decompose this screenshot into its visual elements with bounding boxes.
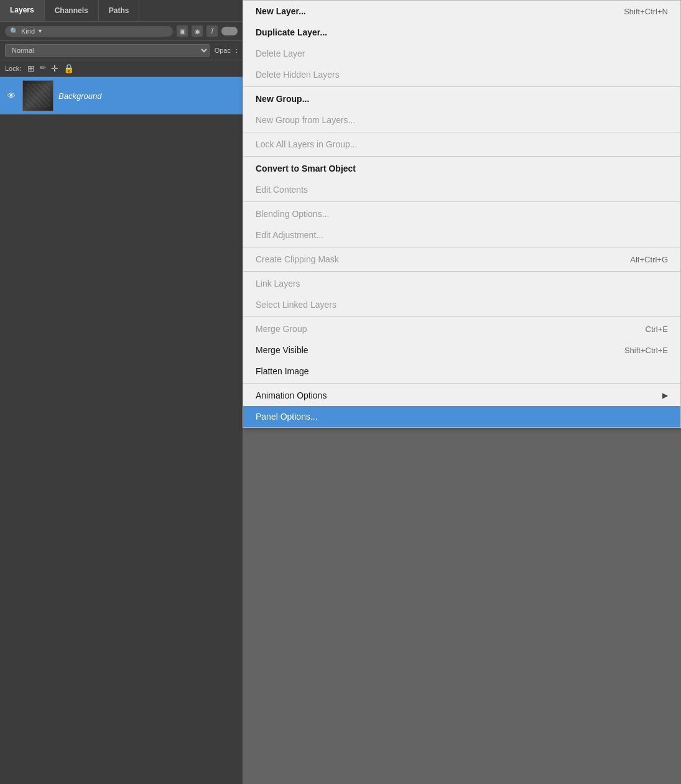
context-menu: New Layer...Shift+Ctrl+NDuplicate Layer.… (243, 0, 681, 428)
menu-separator (243, 316, 680, 317)
menu-item-new-group[interactable]: New Group... (243, 88, 680, 109)
panel-tabs: Layers Channels Paths (0, 0, 243, 22)
panel-empty-area (0, 114, 243, 784)
menu-separator (243, 86, 680, 87)
lock-all-icon[interactable]: 🔒 (63, 63, 74, 73)
menu-shortcut-merge-visible: Shift+Ctrl+E (624, 346, 668, 355)
menu-separator (243, 132, 680, 132)
kind-dropdown[interactable]: Kind ▼ (21, 27, 43, 35)
menu-item-new-layer[interactable]: New Layer...Shift+Ctrl+N (243, 1, 680, 22)
menu-item-blending-options: Blending Options... (243, 203, 680, 224)
filter-pixel-icon[interactable]: ▣ (177, 25, 188, 37)
tab-layers[interactable]: Layers (0, 0, 45, 21)
menu-label-new-group: New Group... (256, 94, 668, 104)
menu-arrow-animation-options: ▶ (662, 391, 668, 400)
menu-shortcut-merge-group: Ctrl+E (646, 325, 668, 334)
menu-item-convert-smart-object[interactable]: Convert to Smart Object (243, 158, 680, 179)
eye-icon: 👁 (7, 91, 16, 101)
filter-type-icon[interactable]: T (206, 25, 218, 37)
menu-shortcut-new-layer: Shift+Ctrl+N (624, 7, 668, 16)
menu-label-panel-options: Panel Options... (256, 412, 668, 422)
menu-label-lock-all-layers: Lock All Layers in Group... (256, 139, 668, 149)
menu-label-link-layers: Link Layers (256, 279, 668, 288)
layers-panel: Layers Channels Paths 🔍 Kind ▼ ▣ ◉ T Nor… (0, 0, 243, 784)
layer-name: Background (58, 91, 101, 101)
lock-transparent-icon[interactable]: ⊞ (27, 63, 35, 73)
menu-label-edit-adjustment: Edit Adjustment... (256, 230, 668, 240)
menu-shortcut-create-clipping-mask: Alt+Ctrl+G (630, 255, 668, 264)
menu-item-edit-contents: Edit Contents (243, 179, 680, 200)
panel-blend-row: Normal Opac : (0, 41, 243, 60)
search-icon: 🔍 (10, 27, 19, 35)
menu-label-blending-options: Blending Options... (256, 209, 668, 219)
menu-item-merge-visible[interactable]: Merge VisibleShift+Ctrl+E (243, 339, 680, 361)
layer-background[interactable]: 👁 Background (0, 77, 243, 114)
menu-item-merge-group: Merge GroupCtrl+E (243, 318, 680, 339)
menu-item-create-clipping-mask: Create Clipping MaskAlt+Ctrl+G (243, 249, 680, 270)
filter-icons: ▣ ◉ T (177, 25, 218, 37)
blend-mode-select[interactable]: Normal (5, 44, 210, 57)
lock-position-icon[interactable]: ✛ (51, 63, 58, 73)
menu-item-link-layers: Link Layers (243, 273, 680, 294)
menu-label-flatten-image: Flatten Image (256, 366, 668, 376)
opacity-colon: : (236, 47, 238, 54)
menu-separator (243, 201, 680, 202)
tab-paths[interactable]: Paths (99, 0, 140, 21)
menu-label-new-group-from-layers: New Group from Layers... (256, 115, 668, 125)
panel-search-row: 🔍 Kind ▼ ▣ ◉ T (0, 22, 243, 41)
layer-thumbnail (22, 80, 53, 111)
menu-label-delete-layer: Delete Layer (256, 48, 668, 58)
menu-label-duplicate-layer: Duplicate Layer... (256, 27, 668, 37)
menu-label-merge-group: Merge Group (256, 324, 621, 334)
menu-label-edit-contents: Edit Contents (256, 185, 668, 195)
menu-item-lock-all-layers: Lock All Layers in Group... (243, 134, 680, 155)
menu-separator (243, 383, 680, 384)
lock-label: Lock: (5, 65, 21, 72)
layer-visibility-toggle[interactable]: 👁 (5, 90, 17, 102)
menu-separator (243, 247, 680, 247)
menu-item-edit-adjustment: Edit Adjustment... (243, 224, 680, 246)
menu-label-animation-options: Animation Options (256, 390, 662, 400)
lock-image-icon[interactable]: ✏ (40, 63, 46, 73)
menu-label-select-linked-layers: Select Linked Layers (256, 300, 668, 310)
menu-label-merge-visible: Merge Visible (256, 345, 600, 355)
panel-lock-row: Lock: ⊞ ✏ ✛ 🔒 (0, 60, 243, 77)
menu-item-animation-options[interactable]: Animation Options▶ (243, 385, 680, 406)
lock-icons: ⊞ ✏ ✛ 🔒 (27, 63, 74, 73)
menu-item-flatten-image[interactable]: Flatten Image (243, 361, 680, 382)
menu-item-duplicate-layer[interactable]: Duplicate Layer... (243, 22, 680, 43)
kind-chevron-icon: ▼ (37, 28, 43, 34)
menu-item-new-group-from-layers: New Group from Layers... (243, 109, 680, 131)
menu-item-delete-hidden-layers: Delete Hidden Layers (243, 64, 680, 85)
menu-label-convert-smart-object: Convert to Smart Object (256, 164, 668, 173)
menu-label-create-clipping-mask: Create Clipping Mask (256, 254, 605, 264)
menu-item-select-linked-layers: Select Linked Layers (243, 294, 680, 315)
filter-toggle[interactable] (221, 27, 238, 35)
menu-item-delete-layer: Delete Layer (243, 43, 680, 64)
menu-label-new-layer: New Layer... (256, 6, 599, 16)
tab-channels[interactable]: Channels (45, 0, 99, 21)
opacity-label: Opac (215, 47, 231, 54)
menu-label-delete-hidden-layers: Delete Hidden Layers (256, 70, 668, 80)
menu-item-panel-options[interactable]: Panel Options... (243, 406, 680, 427)
search-box: 🔍 Kind ▼ (5, 26, 173, 37)
filter-adjust-icon[interactable]: ◉ (192, 25, 203, 37)
menu-separator (243, 271, 680, 272)
menu-separator (243, 156, 680, 157)
